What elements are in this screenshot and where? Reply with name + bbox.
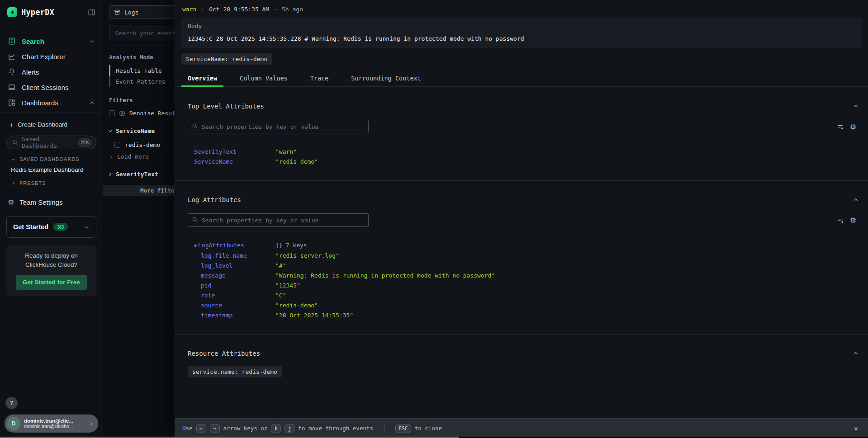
k-key[interactable]: k [271,424,281,433]
attribute-row[interactable]: message "Warning: Redis is running in pr… [194,271,859,281]
attribute-row[interactable]: pid "12345" [194,281,859,291]
filter-lines-icon[interactable] [837,217,844,224]
attribute-row[interactable]: log_level "#" [194,261,859,271]
attribute-row[interactable]: ServiceName "redis-demo" [194,157,859,167]
hyperdx-logo [7,7,17,17]
body-label: Body [188,23,855,29]
checkbox[interactable] [114,142,120,148]
sidebar-item-team-settings[interactable]: ⚙ Team Settings [0,186,103,206]
archive-icon [114,9,120,15]
saved-dashboards-header[interactable]: SAVED DASHBOARDS [0,149,103,162]
log-attributes-table: log.file.name "redis-server.log" log_lev… [194,251,859,320]
tab[interactable]: Column Values [233,71,294,86]
braces-icon: {} [275,240,283,251]
create-dashboard-button[interactable]: + Create Dashboard [0,113,103,131]
section-top-level-attributes: Top Level Attributes ⚙ SeverityText "war… [175,87,868,181]
section-log-attributes: Log Attributes ⚙ ▼LogAttributes {} [175,181,868,334]
sidebar-nav-item[interactable]: Client Sessions [0,80,103,95]
section-title: Top Level Attributes [188,103,264,110]
chevron-right-icon [11,181,16,186]
key-count: 7 keys [286,240,307,251]
sidebar-nav-item[interactable]: Alerts [0,64,103,80]
detail-tabs: OverviewColumn ValuesTraceSurrounding Co… [175,71,868,87]
severity-badge: warn [182,6,196,13]
gear-icon: ⚙ [8,198,14,206]
tab[interactable]: Surrounding Context [345,71,427,86]
sidebar-item-redis-example-dashboard[interactable]: Redis Example Dashboard [0,162,103,173]
attribute-row[interactable]: source "redis-demo" [194,301,859,311]
help-button[interactable]: ? [5,397,18,409]
j-key[interactable]: j [285,424,294,433]
property-search-input[interactable] [188,213,369,227]
user-email: dominic.tran@clickho... [24,424,90,429]
collapse-sidebar-icon[interactable] [88,9,95,16]
filter-lines-icon[interactable] [837,123,844,131]
chevron-up-icon[interactable] [853,103,859,109]
chevron-down-icon [108,128,113,133]
command-k-shortcut: ⌘K [78,138,92,147]
search-icon [12,140,18,146]
app-title: HyperDX [21,8,88,17]
checkbox[interactable] [109,110,115,116]
event-detail-drawer: warn · Oct 28 9:55:35 AM · 5h ago Body 1… [175,0,868,438]
section-title: Resource Attributes [188,350,260,357]
close-icon[interactable]: ✕ [854,424,858,433]
attribute-row[interactable]: log.file.name "redis-server.log" [194,251,859,261]
resource-attribute-chip[interactable]: service.name: redis-demo [188,366,282,377]
log-body-text: 12345:C 28 Oct 2025 14:55:35.228 # Warni… [188,35,855,42]
bell-icon [8,68,16,76]
chevron-down-icon [11,157,16,162]
gear-icon[interactable]: ⚙ [850,122,856,131]
tab[interactable]: Trace [304,71,335,86]
search-icon [192,217,198,222]
chevron-right-icon: › [90,420,94,427]
attribute-root-row[interactable]: ▼LogAttributes {} 7 keys [194,240,859,251]
journal-icon [8,37,16,45]
chevron-right-icon [108,172,113,177]
clickhouse-promo-card: Ready to deploy on ClickHouse Cloud? Get… [6,245,96,296]
attribute-row[interactable]: SeverityText "warn" [194,147,859,157]
sidebar: HyperDX Search Chart Explorer Alerts Cli… [0,0,103,438]
get-started-free-button[interactable]: Get Started for Free [16,275,87,290]
sidebar-nav-item[interactable]: Search [0,33,103,49]
avatar: D [7,417,20,430]
collapse-triangle-icon[interactable]: ▼ [194,243,197,248]
left-arrow-key[interactable]: ← [196,424,206,433]
sidebar-nav-item[interactable]: Chart Explorer [0,49,103,64]
attribute-row[interactable]: role "C" [194,291,859,301]
chevron-up-icon[interactable] [853,350,859,357]
chart-icon [8,52,16,61]
chevron-right-icon [109,155,114,159]
get-started-panel[interactable]: Get Started 3/3 [6,216,96,238]
service-name-chip[interactable]: ServiceName: redis-demo [181,53,272,65]
right-arrow-key[interactable]: → [210,424,220,433]
plus-icon: + [9,121,14,128]
grid-icon [8,99,16,107]
chevron-up-icon [89,100,95,106]
event-header: warn · Oct 28 9:55:35 AM · 5h ago [175,0,868,17]
tab[interactable]: Overview [181,71,223,86]
chevron-down-icon [84,224,90,230]
laptop-icon [8,83,16,91]
section-title: Log Attributes [188,196,241,203]
chevron-down-icon [89,38,95,44]
relative-time: 5h ago [282,6,303,13]
progress-badge: 3/3 [53,223,68,231]
attribute-row[interactable]: timestamp "28 Oct 2025 14:55:35" [194,311,859,320]
divider [384,424,384,433]
gear-icon[interactable]: ⚙ [850,216,856,225]
search-icon [192,123,198,129]
body-panel: Body 12345:C 28 Oct 2025 14:55:35.228 # … [181,18,862,48]
denoise-icon [119,110,125,117]
presets-header[interactable]: PRESETS [0,173,103,186]
drawer-footer: Use ← → arrow keys or k j to move throug… [175,418,868,438]
property-search-input[interactable] [188,120,369,133]
drawer-content: Top Level Attributes ⚙ SeverityText "war… [175,87,868,418]
esc-key[interactable]: ESC [395,424,411,433]
saved-dashboards-search[interactable]: Saved Dashboards ⌘K [6,136,96,149]
user-menu[interactable]: D dominic.tran@clic... dominic.tran@clic… [5,414,98,433]
sidebar-nav-item[interactable]: Dashboards [0,95,103,110]
section-resource-attributes: Resource Attributes service.name: redis-… [175,334,868,393]
user-name: dominic.tran@clic... [24,418,90,424]
chevron-up-icon[interactable] [853,197,859,203]
